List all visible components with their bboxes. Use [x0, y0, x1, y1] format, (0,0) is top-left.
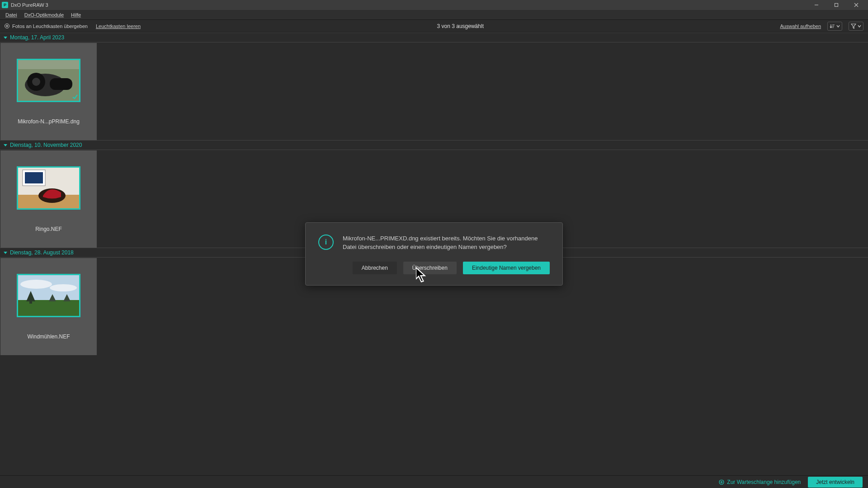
menu-optics-modules[interactable]: DxO-Optikmodule — [21, 10, 67, 19]
clear-lightbox-label: Leuchtkasten leeren — [96, 23, 141, 29]
svg-rect-3 — [835, 4, 838, 7]
develop-now-button[interactable]: Jetzt entwickeln — [808, 477, 863, 488]
overwrite-button[interactable]: Überschreiben — [403, 262, 457, 274]
main-area: Montag, 17. April 2023 Mikrofon-N...pPRI… — [0, 33, 868, 475]
plus-icon — [5, 23, 9, 28]
minimize-button[interactable] — [807, 0, 826, 10]
chevron-down-icon — [836, 24, 840, 28]
toolbar: Fotos an Leuchtkasten übergeben Leuchtka… — [0, 20, 868, 33]
clear-lightbox-button[interactable]: Leuchtkasten leeren — [96, 23, 141, 29]
menu-help[interactable]: Hilfe — [67, 10, 85, 19]
add-to-queue-button[interactable]: Zur Warteschlange hinzufügen — [719, 479, 801, 485]
add-to-queue-label: Zur Warteschlange hinzufügen — [727, 479, 801, 485]
menubar: Datei DxO-Optikmodule Hilfe — [0, 10, 868, 20]
chevron-down-icon — [858, 24, 861, 28]
svg-marker-13 — [851, 24, 856, 28]
dialog-backdrop: i Mikrofon-NE...PRIMEXD.dng existiert be… — [0, 33, 868, 475]
funnel-icon — [851, 23, 856, 29]
info-icon: i — [318, 235, 334, 250]
app-icon: P — [2, 2, 8, 8]
unique-names-button[interactable]: Eindeutige Namen vergeben — [463, 262, 550, 274]
sort-icon — [830, 23, 835, 29]
footer: Zur Warteschlange hinzufügen Jetzt entwi… — [0, 475, 868, 488]
add-photos-label: Fotos an Leuchtkasten übergeben — [12, 23, 88, 29]
add-photos-button[interactable]: Fotos an Leuchtkasten übergeben — [5, 23, 88, 29]
selection-status: 3 von 3 ausgewählt — [141, 23, 780, 29]
overwrite-dialog: i Mikrofon-NE...PRIMEXD.dng existiert be… — [305, 222, 563, 286]
close-button[interactable] — [846, 0, 866, 10]
maximize-button[interactable] — [826, 0, 846, 10]
svg-text:P: P — [4, 3, 6, 7]
plus-circle-icon — [719, 479, 724, 485]
menu-file[interactable]: Datei — [2, 10, 21, 19]
clear-selection-button[interactable]: Auswahl aufheben — [780, 23, 821, 29]
titlebar: P DxO PureRAW 3 — [0, 0, 868, 10]
app-title: DxO PureRAW 3 — [11, 2, 48, 8]
dialog-message: Mikrofon-NE...PRIMEXD.dng existiert bere… — [343, 235, 550, 252]
sort-button[interactable] — [827, 22, 842, 31]
filter-button[interactable] — [849, 22, 863, 31]
cancel-button[interactable]: Abbrechen — [353, 262, 397, 274]
